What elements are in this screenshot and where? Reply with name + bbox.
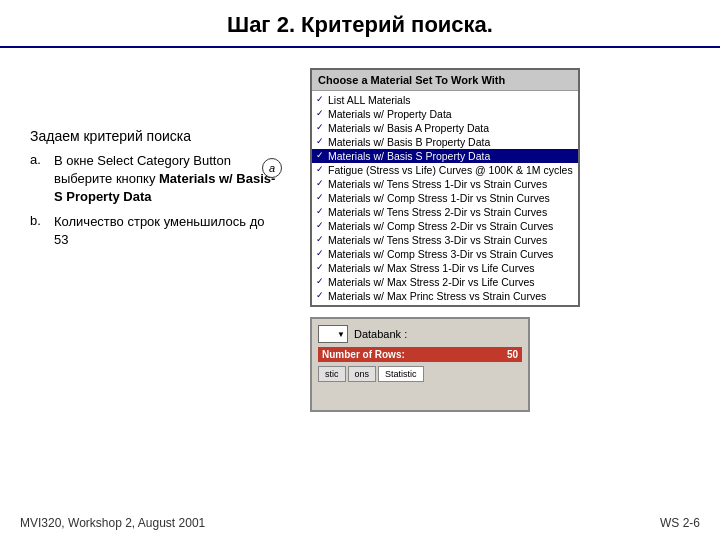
instruction-header: Задаем критерий поиска: [30, 128, 280, 144]
bottom-inner: ▼ Databank : Number of Rows: 50 sticonsS…: [312, 319, 528, 388]
dialog-list[interactable]: List ALL MaterialsMaterials w/ Property …: [312, 91, 578, 305]
dialog-list-item[interactable]: Materials w/ Tens Stress 3-Dir vs Strain…: [312, 233, 578, 247]
dialog-list-item[interactable]: Materials w/ Basis B Property Data: [312, 135, 578, 149]
dialog-list-item[interactable]: Materials w/ Basis S Property Data: [312, 149, 578, 163]
list-label-b: b.: [30, 213, 46, 249]
right-panel: a Choose a Material Set To Work With Lis…: [280, 68, 700, 498]
instruction-list: a. В окне Select Category Button выберит…: [30, 152, 280, 249]
databank-dropdown[interactable]: ▼: [318, 325, 348, 343]
bottom-tab[interactable]: Statistic: [378, 366, 424, 382]
main-content: Задаем критерий поиска a. В окне Select …: [0, 48, 720, 498]
dialog-list-item[interactable]: List ALL Materials: [312, 93, 578, 107]
dropdown-arrow-icon: ▼: [337, 330, 345, 339]
footer-right: WS 2-6: [660, 516, 700, 530]
bottom-tabs: sticonsStatistic: [318, 366, 522, 382]
dialog-list-item[interactable]: Materials w/ Max Princ Stress vs Strain …: [312, 289, 578, 303]
number-rows-label: Number of Rows:: [322, 349, 507, 360]
left-panel: Задаем критерий поиска a. В окне Select …: [20, 68, 280, 498]
footer-left: MVI320, Workshop 2, August 2001: [20, 516, 205, 530]
dialog-list-item[interactable]: Materials w/ Property Data: [312, 107, 578, 121]
instruction-item-a: a. В окне Select Category Button выберит…: [30, 152, 280, 207]
bottom-panel-screenshot: ▼ Databank : Number of Rows: 50 sticonsS…: [310, 317, 530, 412]
dialog-list-item[interactable]: Materials w/ Basis A Property Data: [312, 121, 578, 135]
instruction-text-b: Количество строк уменьшилось до 53: [54, 213, 280, 249]
instruction-text-a: В окне Select Category Button выберите к…: [54, 152, 280, 207]
title-area: Шаг 2. Критерий поиска.: [0, 0, 720, 48]
databank-label: Databank :: [354, 328, 407, 340]
dialog-list-item[interactable]: Materials w/ Max Stress 1-Dir vs Life Cu…: [312, 261, 578, 275]
material-dialog: Choose a Material Set To Work With List …: [310, 68, 580, 307]
dialog-title: Choose a Material Set To Work With: [312, 70, 578, 91]
dialog-list-item[interactable]: Materials w/ Max Stress 2-Dir vs Life Cu…: [312, 275, 578, 289]
number-rows-row: Number of Rows: 50: [318, 347, 522, 362]
page-footer: MVI320, Workshop 2, August 2001 WS 2-6: [0, 516, 720, 530]
number-rows-value: 50: [507, 349, 518, 360]
dialog-list-item[interactable]: Materials w/ Tens Stress 2-Dir vs Strain…: [312, 205, 578, 219]
bottom-tab[interactable]: stic: [318, 366, 346, 382]
dialog-list-item[interactable]: Materials w/ Comp Stress 3-Dir vs Strain…: [312, 247, 578, 261]
dialog-list-item[interactable]: Fatigue (Stress vs Life) Curves @ 100K &…: [312, 163, 578, 177]
page-title: Шаг 2. Критерий поиска.: [20, 12, 700, 38]
bold-instruction: Materials w/ Basis-S Property Data: [54, 171, 275, 204]
dialog-list-item[interactable]: Materials w/ Tens Stress 1-Dir vs Strain…: [312, 177, 578, 191]
list-label-a: a.: [30, 152, 46, 207]
dialog-list-item[interactable]: Materials w/ Comp Stress 1-Dir vs Stnin …: [312, 191, 578, 205]
bottom-tab[interactable]: ons: [348, 366, 377, 382]
instruction-item-b: b. Количество строк уменьшилось до 53: [30, 213, 280, 249]
annotation-circle-a: a: [262, 158, 282, 178]
dialog-list-item[interactable]: Materials w/ Comp Stress 2-Dir vs Strain…: [312, 219, 578, 233]
databank-row: ▼ Databank :: [318, 325, 522, 343]
